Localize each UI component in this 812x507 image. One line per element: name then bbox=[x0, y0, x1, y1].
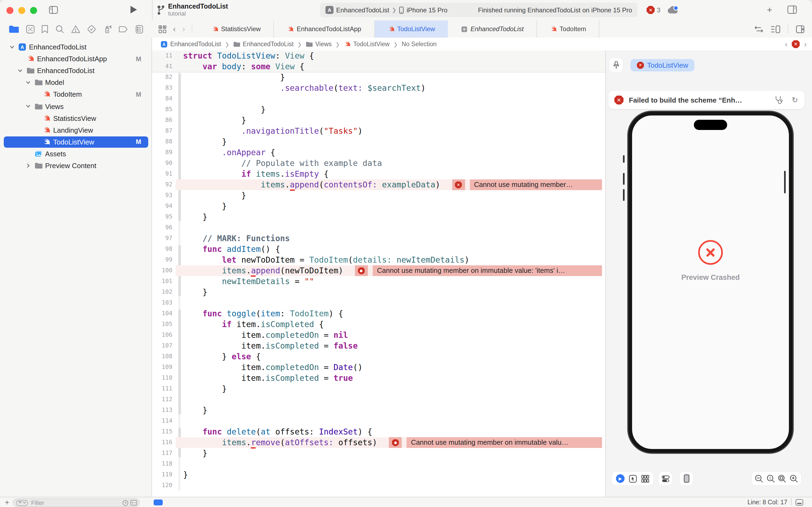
tab-todolistview[interactable]: TodoListView bbox=[374, 20, 448, 38]
source-editor[interactable]: 11struct TodoListView: View {41 var body… bbox=[152, 51, 605, 497]
recent-filter-icon[interactable] bbox=[122, 500, 128, 506]
code-text[interactable]: // MARK: Functions bbox=[183, 233, 290, 244]
code-text[interactable]: func toggle(item: TodoItem) { bbox=[183, 308, 343, 319]
zoom-100-icon[interactable]: 1 bbox=[766, 474, 775, 483]
navigator-issues-icon[interactable] bbox=[71, 25, 80, 33]
code-line-119[interactable]: 119} bbox=[152, 469, 605, 480]
chevron-down-icon[interactable] bbox=[17, 67, 23, 74]
code-text[interactable]: item.isCompleted = true bbox=[183, 373, 353, 384]
sidebar-item-enhancedtodolist[interactable]: AEnhancedTodoList bbox=[0, 41, 152, 53]
chevron-right-icon[interactable] bbox=[25, 163, 32, 169]
related-items-icon[interactable] bbox=[159, 25, 167, 33]
code-line-97[interactable]: 97 // MARK: Functions bbox=[152, 233, 605, 244]
run-destination[interactable]: iPhone 15 Pro bbox=[407, 6, 447, 14]
sidebar-item-views[interactable]: Views bbox=[0, 101, 152, 112]
code-line-120[interactable]: 120 bbox=[152, 480, 605, 491]
code-text[interactable]: newItemDetails = "" bbox=[183, 276, 314, 287]
sticky-line-41[interactable]: 41 var body: some View { bbox=[152, 61, 605, 72]
code-line-98[interactable]: 98 func addItem() { bbox=[152, 244, 605, 255]
selectable-preview-icon[interactable] bbox=[629, 474, 637, 483]
line-col-indicator[interactable]: Line: 8 Col: 17 bbox=[748, 499, 787, 505]
navigator-breakpoints-icon[interactable] bbox=[119, 25, 128, 33]
code-text[interactable]: } bbox=[183, 201, 227, 212]
code-text[interactable]: items.append(newToDoItem) bbox=[183, 265, 343, 276]
breadcrumb-item-no-selection[interactable]: No Selection bbox=[402, 41, 437, 47]
issue-error-icon[interactable]: ✕ bbox=[792, 40, 800, 48]
branch-name[interactable]: tutorial bbox=[168, 10, 228, 17]
code-line-94[interactable]: 94 } bbox=[152, 201, 605, 212]
code-line-99[interactable]: 99 let newToDoItem = TodoItem(details: n… bbox=[152, 255, 605, 265]
navigator-find-icon[interactable] bbox=[55, 24, 64, 34]
error-count-badge[interactable]: ✕ 3 bbox=[647, 6, 660, 14]
code-line-87[interactable]: 87 .navigationTitle("Tasks") bbox=[152, 126, 605, 136]
navigator-tests-icon[interactable] bbox=[87, 24, 97, 34]
sidebar-item-todolistview[interactable]: TodoListViewM bbox=[0, 136, 152, 148]
breadcrumb-item-enhancedtodolist[interactable]: EnhancedTodoList bbox=[233, 41, 293, 48]
breadcrumb-item-views[interactable]: Views bbox=[305, 41, 332, 48]
zoom-in-icon[interactable] bbox=[790, 474, 798, 483]
close-window-button[interactable] bbox=[6, 7, 13, 14]
code-text[interactable]: } bbox=[183, 190, 246, 201]
chevron-down-icon[interactable] bbox=[25, 79, 32, 86]
code-text[interactable]: func addItem() { bbox=[183, 244, 280, 255]
scheme-name[interactable]: EnhancedTodoList bbox=[336, 6, 389, 14]
code-line-85[interactable]: 85 } bbox=[152, 104, 605, 115]
sidebar-item-todoitem[interactable]: TodoItemM bbox=[0, 89, 152, 100]
code-line-116[interactable]: 116 items.remove(atOffsets: offsets)Cann… bbox=[152, 437, 605, 448]
code-text[interactable]: // Populate with example data bbox=[183, 158, 382, 169]
code-text[interactable]: items.append(contentsOf: exampleData) bbox=[183, 179, 440, 190]
scheme-segment[interactable]: A EnhancedTodoList ❯ iPhone 15 Pro bbox=[326, 3, 447, 17]
code-line-108[interactable]: 108 } else { bbox=[152, 351, 605, 362]
back-icon[interactable]: ‹ bbox=[173, 24, 176, 34]
navigator-reports-icon[interactable] bbox=[135, 24, 143, 34]
code-text[interactable]: } bbox=[183, 287, 207, 297]
sidebar-item-enhancedtodolistapp[interactable]: EnhancedTodoListAppM bbox=[0, 53, 152, 64]
add-editor-icon[interactable] bbox=[796, 25, 805, 33]
code-line-90[interactable]: 90 // Populate with example data bbox=[152, 158, 605, 169]
code-text[interactable]: if items.isEmpty { bbox=[183, 169, 329, 179]
error-badge[interactable] bbox=[389, 437, 402, 448]
code-text[interactable]: } else { bbox=[183, 351, 261, 362]
code-line-117[interactable]: 117 } bbox=[152, 448, 605, 459]
code-line-100[interactable]: 100 items.append(newToDoItem)Cannot use … bbox=[152, 265, 605, 276]
code-text[interactable]: } bbox=[183, 136, 227, 147]
navigator-bookmarks-icon[interactable] bbox=[41, 24, 48, 34]
code-line-115[interactable]: 115 func delete(at offsets: IndexSet) { bbox=[152, 427, 605, 437]
code-text[interactable]: item.completedOn = Date() bbox=[183, 362, 362, 373]
code-text[interactable]: } bbox=[183, 104, 266, 115]
code-line-101[interactable]: 101 newItemDetails = "" bbox=[152, 276, 605, 287]
code-line-110[interactable]: 110 item.isCompleted = true bbox=[152, 373, 605, 384]
code-text[interactable]: } bbox=[183, 115, 246, 126]
minimize-window-button[interactable] bbox=[18, 7, 25, 14]
code-line-84[interactable]: 84 bbox=[152, 94, 605, 104]
navigator-project-icon[interactable] bbox=[9, 25, 19, 33]
code-line-104[interactable]: 104 func toggle(item: TodoItem) { bbox=[152, 308, 605, 319]
pin-preview-button[interactable] bbox=[609, 58, 623, 72]
code-text[interactable]: .navigationTitle("Tasks") bbox=[183, 126, 362, 136]
diagnostics-icon[interactable] bbox=[775, 96, 783, 104]
code-line-93[interactable]: 93 } bbox=[152, 190, 605, 201]
code-line-114[interactable]: 114 bbox=[152, 416, 605, 427]
code-text[interactable]: .searchable(text: $searchText) bbox=[183, 83, 425, 94]
code-text[interactable]: } bbox=[183, 405, 207, 416]
toggle-navigator-icon[interactable] bbox=[49, 6, 58, 14]
run-button[interactable] bbox=[130, 5, 137, 14]
sidebar-item-landingview[interactable]: LandingView bbox=[0, 124, 152, 135]
code-text[interactable]: } bbox=[183, 469, 188, 480]
code-line-88[interactable]: 88 } bbox=[152, 136, 605, 147]
code-text[interactable]: items.remove(atOffsets: offsets) bbox=[183, 437, 377, 448]
breadcrumb-item-enhancedtodolist[interactable]: AEnhancedTodoList bbox=[161, 41, 221, 48]
code-line-83[interactable]: 83 .searchable(text: $searchText) bbox=[152, 83, 605, 94]
sticky-line-11[interactable]: 11struct TodoListView: View { bbox=[152, 51, 605, 62]
editor-only-icon[interactable] bbox=[795, 499, 803, 506]
activity-view[interactable]: A EnhancedTodoList ❯ iPhone 15 Pro Finis… bbox=[320, 3, 637, 17]
error-badge[interactable]: ✕ bbox=[452, 179, 465, 190]
error-message[interactable]: Cannot use mutating member on immutable … bbox=[373, 265, 602, 276]
code-text[interactable]: } bbox=[183, 72, 285, 83]
swap-editor-icon[interactable] bbox=[755, 25, 763, 33]
add-file-icon[interactable]: + bbox=[5, 498, 9, 506]
device-icon[interactable] bbox=[683, 474, 689, 483]
editor-mode-chip[interactable] bbox=[154, 500, 163, 505]
device-settings-icon[interactable] bbox=[661, 474, 670, 483]
code-text[interactable]: .onAppear { bbox=[183, 147, 275, 158]
